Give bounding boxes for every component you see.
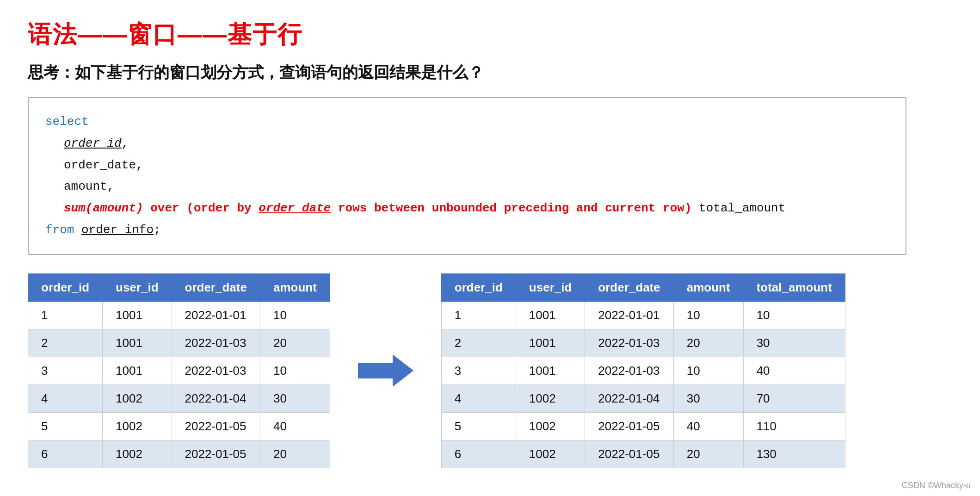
table-row: 210012022-01-032030 — [441, 329, 845, 357]
code-line-4: amount, — [64, 176, 889, 198]
table-cell: 1002 — [103, 412, 172, 440]
table-cell: 20 — [673, 440, 743, 468]
table-cell: 5 — [28, 412, 103, 440]
subtitle: 思考：如下基于行的窗口划分方式，查询语句的返回结果是什么？ — [28, 62, 952, 83]
table-cell: 6 — [441, 440, 516, 468]
table-cell: 10 — [743, 301, 845, 329]
table-cell: 2022-01-05 — [585, 440, 673, 468]
table-cell: 1002 — [103, 440, 172, 468]
table-cell: 20 — [260, 440, 330, 468]
left-table-th: amount — [260, 273, 330, 301]
right-table-th: order_date — [585, 273, 673, 301]
table-cell: 20 — [673, 329, 743, 357]
table-cell: 2022-01-04 — [172, 384, 260, 412]
table-cell: 30 — [673, 384, 743, 412]
table-cell: 10 — [260, 301, 330, 329]
table-cell: 30 — [260, 384, 330, 412]
table-cell: 1001 — [103, 329, 172, 357]
table-cell: 10 — [673, 357, 743, 384]
table-cell: 3 — [28, 357, 103, 384]
table-cell: 2 — [441, 329, 516, 357]
code-line-1: select — [45, 111, 889, 133]
table-row: 310012022-01-031040 — [441, 357, 845, 384]
table-row: 210012022-01-0320 — [28, 329, 330, 357]
table-row: 110012022-01-011010 — [441, 301, 845, 329]
tables-section: order_iduser_idorder_dateamount 11001202… — [28, 273, 952, 468]
table-cell: 2022-01-05 — [172, 440, 260, 468]
table-cell: 30 — [743, 329, 845, 357]
right-table-th: amount — [673, 273, 743, 301]
table-cell: 4 — [441, 384, 516, 412]
table-cell: 6 — [28, 440, 103, 468]
right-table-body: 110012022-01-011010210012022-01-03203031… — [441, 301, 845, 468]
arrow-container — [358, 354, 413, 387]
table-cell: 110 — [743, 412, 845, 440]
table-cell: 2022-01-01 — [585, 301, 673, 329]
table-cell: 40 — [743, 357, 845, 384]
table-row: 410022022-01-043070 — [441, 384, 845, 412]
left-table-container: order_iduser_idorder_dateamount 11001202… — [28, 273, 330, 468]
left-table-header-row: order_iduser_idorder_dateamount — [28, 273, 330, 301]
table-cell: 1001 — [516, 301, 585, 329]
table-cell: 2022-01-01 — [172, 301, 260, 329]
table-cell: 40 — [673, 412, 743, 440]
svg-marker-0 — [358, 354, 413, 387]
code-block: select order_id, order_date, amount, sum… — [28, 97, 906, 255]
table-cell: 20 — [260, 329, 330, 357]
table-cell: 1001 — [103, 357, 172, 384]
code-line-2: order_id, — [64, 133, 889, 155]
table-cell: 1 — [28, 301, 103, 329]
table-cell: 1002 — [516, 412, 585, 440]
right-table-header-row: order_iduser_idorder_dateamounttotal_amo… — [441, 273, 845, 301]
table-row: 310012022-01-0310 — [28, 357, 330, 384]
table-cell: 1001 — [103, 301, 172, 329]
right-table-th: user_id — [516, 273, 585, 301]
table-cell: 70 — [743, 384, 845, 412]
table-cell: 3 — [441, 357, 516, 384]
table-cell: 1001 — [516, 357, 585, 384]
table-cell: 1002 — [516, 384, 585, 412]
table-cell: 5 — [441, 412, 516, 440]
table-row: 610022022-01-0520130 — [441, 440, 845, 468]
table-cell: 10 — [260, 357, 330, 384]
right-table-th: total_amount — [743, 273, 845, 301]
right-table: order_iduser_idorder_dateamounttotal_amo… — [441, 273, 845, 468]
right-arrow-icon — [358, 354, 413, 387]
watermark: CSDN ©Whacky-u — [902, 481, 971, 490]
table-cell: 2022-01-05 — [172, 412, 260, 440]
code-line-6: from order_info; — [45, 219, 889, 241]
table-cell: 1 — [441, 301, 516, 329]
left-table-body: 110012022-01-0110210012022-01-0320310012… — [28, 301, 330, 468]
table-cell: 2022-01-03 — [585, 329, 673, 357]
table-cell: 4 — [28, 384, 103, 412]
left-table-th: order_date — [172, 273, 260, 301]
table-cell: 2022-01-03 — [585, 357, 673, 384]
table-cell: 130 — [743, 440, 845, 468]
table-cell: 1001 — [516, 329, 585, 357]
left-table: order_iduser_idorder_dateamount 11001202… — [28, 273, 330, 468]
right-table-container: order_iduser_idorder_dateamounttotal_amo… — [441, 273, 845, 468]
code-line-5: sum(amount) over (order by order_date ro… — [64, 198, 889, 219]
right-table-th: order_id — [441, 273, 516, 301]
table-cell: 2022-01-05 — [585, 412, 673, 440]
table-cell: 10 — [673, 301, 743, 329]
code-line-3: order_date, — [64, 155, 889, 176]
left-table-th: user_id — [103, 273, 172, 301]
table-row: 610022022-01-0520 — [28, 440, 330, 468]
table-row: 110012022-01-0110 — [28, 301, 330, 329]
table-cell: 2022-01-04 — [585, 384, 673, 412]
table-row: 510022022-01-0540110 — [441, 412, 845, 440]
table-row: 410022022-01-0430 — [28, 384, 330, 412]
table-cell: 2022-01-03 — [172, 329, 260, 357]
page-title: 语法——窗口——基于行 — [28, 19, 952, 51]
table-cell: 1002 — [103, 384, 172, 412]
table-cell: 2022-01-03 — [172, 357, 260, 384]
left-table-th: order_id — [28, 273, 103, 301]
table-row: 510022022-01-0540 — [28, 412, 330, 440]
table-cell: 2 — [28, 329, 103, 357]
table-cell: 40 — [260, 412, 330, 440]
table-cell: 1002 — [516, 440, 585, 468]
